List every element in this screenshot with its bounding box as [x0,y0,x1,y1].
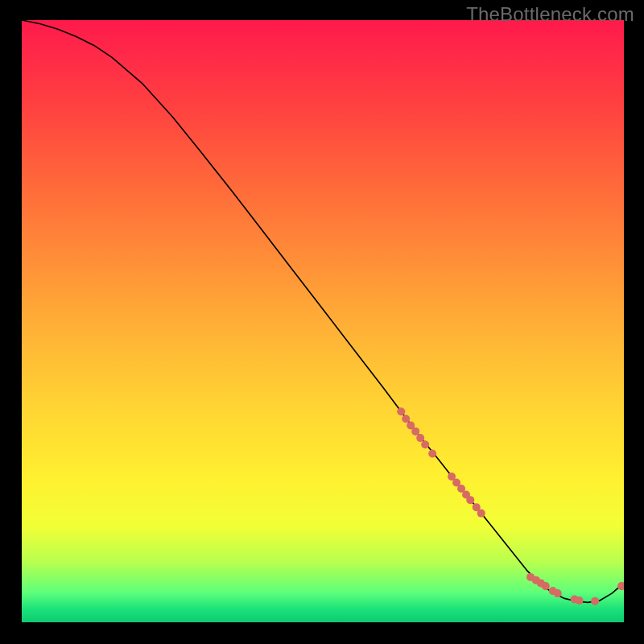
curve-marker [421,440,429,448]
curve-marker [428,450,436,458]
plot-svg [22,20,624,622]
curve-marker [402,415,410,423]
curve-marker [411,427,419,436]
curve-marker [542,582,550,590]
curve-marker [576,597,584,605]
watermark-text: TheBottleneck.com [466,3,634,26]
curve-marker [617,582,624,590]
curve-marker [466,496,474,504]
bottleneck-curve [22,20,624,602]
curve-marker [477,510,485,518]
curve-markers [397,407,624,605]
plot-area [22,20,624,622]
chart-frame: TheBottleneck.com [0,0,644,644]
curve-marker [397,407,405,415]
curve-marker [416,434,424,442]
curve-marker [554,589,562,597]
curve-marker [591,597,599,605]
